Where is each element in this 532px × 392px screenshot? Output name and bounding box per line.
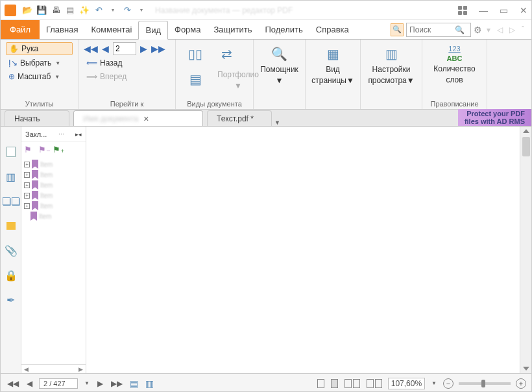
text-icon: ▤ bbox=[186, 70, 204, 88]
scan-icon[interactable]: ▤ bbox=[64, 5, 76, 16]
bookmark-item[interactable]: Item bbox=[30, 211, 83, 221]
sb-zoom-display[interactable]: 107,60% bbox=[388, 378, 425, 389]
last-page-icon[interactable]: ▶▶ bbox=[151, 43, 165, 54]
signatures-panel-icon[interactable]: ✒ bbox=[5, 294, 17, 306]
sb-last-icon[interactable]: ▶▶ bbox=[110, 379, 124, 388]
minimize-ribbon-icon[interactable]: ˆ bbox=[520, 25, 526, 34]
word-count-button[interactable]: 123 ABC Количество слов bbox=[428, 42, 481, 87]
zoom-tool-button[interactable]: ⊕Масштаб▼ bbox=[6, 71, 73, 82]
print-icon[interactable]: 🖶 bbox=[50, 5, 62, 16]
minimize-button[interactable]: — bbox=[479, 5, 488, 16]
document-view[interactable] bbox=[86, 127, 520, 373]
expand-icon[interactable]: + bbox=[24, 172, 30, 178]
vertical-scrollbar[interactable] bbox=[520, 127, 531, 373]
sb-zoom-in-icon[interactable]: + bbox=[516, 378, 526, 389]
first-page-icon[interactable]: ◀◀ bbox=[84, 43, 98, 54]
tab-start[interactable]: Начать bbox=[5, 110, 69, 126]
expand-icon[interactable]: + bbox=[24, 182, 30, 188]
panel-collapse-icon[interactable]: ▸◂ bbox=[75, 131, 82, 138]
search-box[interactable]: 🔍 bbox=[406, 23, 471, 37]
comments-panel-icon[interactable] bbox=[5, 220, 17, 232]
read-mode-button[interactable]: ▯▯ bbox=[181, 42, 210, 66]
sb-zoom-dd-icon[interactable]: ▼ bbox=[430, 380, 438, 386]
bookmarks-panel-icon[interactable] bbox=[5, 146, 17, 158]
sb-layout2-icon[interactable]: ▥ bbox=[145, 378, 155, 389]
undo-icon[interactable]: ↶ bbox=[93, 5, 104, 16]
menu-help[interactable]: Справка bbox=[309, 21, 356, 38]
layers-panel-icon[interactable]: ❏❏ bbox=[5, 195, 17, 207]
sb-continuous-icon[interactable] bbox=[331, 379, 338, 388]
nav-back-icon[interactable]: ◁ bbox=[495, 25, 505, 34]
reverse-icon: ⇄ bbox=[217, 45, 236, 63]
bookmark-item[interactable]: +Item bbox=[24, 180, 83, 190]
menu-file[interactable]: Файл bbox=[1, 20, 40, 39]
sb-layout1-icon[interactable]: ▤ bbox=[129, 378, 139, 389]
tab-doc2[interactable]: Текст.pdf * bbox=[207, 110, 272, 126]
tab-close-icon[interactable]: × bbox=[143, 114, 149, 124]
save-icon[interactable]: 💾 bbox=[36, 5, 47, 16]
pages-panel-icon[interactable]: ▥ bbox=[5, 171, 17, 182]
qat-customize[interactable]: ▾ bbox=[136, 5, 147, 16]
tab-doc1[interactable]: Имя документа× bbox=[73, 110, 203, 126]
expand-icon[interactable]: + bbox=[24, 193, 30, 199]
sb-single-page-icon[interactable] bbox=[317, 379, 324, 388]
bookmark-tree: +Item +Item +Item +Item +Item Item bbox=[21, 158, 86, 364]
sb-next-icon[interactable]: ▶ bbox=[96, 379, 104, 388]
scrollbar-thumb[interactable] bbox=[522, 137, 530, 156]
maximize-button[interactable]: ▭ bbox=[500, 5, 508, 16]
search-input[interactable] bbox=[409, 25, 455, 34]
attachments-panel-icon[interactable]: 📎 bbox=[5, 245, 17, 256]
sb-facing-cont-icon[interactable] bbox=[366, 379, 383, 388]
page-view-button[interactable]: ▦ Вид страницы▼ bbox=[311, 42, 355, 88]
bookmark-item[interactable]: +Item bbox=[24, 201, 83, 211]
bookmark-add-icon[interactable]: ⚑₊ bbox=[53, 145, 63, 155]
settings-gear-icon[interactable]: ⚙ bbox=[474, 25, 482, 35]
security-panel-icon[interactable]: 🔒 bbox=[5, 269, 17, 281]
expand-icon[interactable]: + bbox=[24, 162, 30, 167]
arrange-icon[interactable] bbox=[458, 6, 467, 15]
open-icon[interactable]: 📂 bbox=[21, 5, 33, 16]
ribbon-dropdown[interactable]: ▾ bbox=[485, 25, 492, 34]
bookmark-item[interactable]: +Item bbox=[24, 190, 83, 201]
menu-home[interactable]: Главная bbox=[40, 21, 84, 38]
assistant-button[interactable]: 🔍 Помощник▼ bbox=[259, 42, 300, 88]
nav-forward-button[interactable]: ⟹Вперед bbox=[84, 71, 170, 82]
menu-share[interactable]: Поделить bbox=[259, 21, 309, 38]
hand-tool-button[interactable]: ✋Рука bbox=[6, 42, 73, 55]
bookmark-delete-icon[interactable]: ⚑₋ bbox=[38, 145, 49, 155]
bookmark-item[interactable]: +Item bbox=[24, 169, 83, 180]
prev-page-icon[interactable]: ◀ bbox=[102, 43, 109, 54]
menu-comment[interactable]: Комментаі bbox=[84, 21, 138, 38]
nav-back-button[interactable]: ⟸Назад bbox=[84, 57, 170, 69]
text-viewer-button[interactable]: ▤ bbox=[181, 67, 210, 93]
page-number-input[interactable] bbox=[113, 42, 136, 55]
sb-prev-icon[interactable]: ◀ bbox=[25, 379, 34, 388]
sb-first-icon[interactable]: ◀◀ bbox=[6, 379, 20, 388]
sb-zoom-slider[interactable] bbox=[459, 382, 511, 385]
menu-view[interactable]: Вид bbox=[138, 21, 168, 40]
sb-page-dd-icon[interactable]: ▼ bbox=[83, 380, 91, 386]
view-settings-button[interactable]: ▥ Настройки просмотра▼ bbox=[366, 42, 417, 88]
expand-icon[interactable]: + bbox=[24, 203, 30, 209]
sb-facing-icon[interactable] bbox=[344, 379, 361, 388]
menu-protect[interactable]: Защитить bbox=[208, 21, 259, 38]
redo-icon[interactable]: ↷ bbox=[121, 5, 133, 16]
find-button[interactable]: 🔍 bbox=[391, 23, 404, 36]
undo-dropdown[interactable]: ▾ bbox=[107, 5, 119, 16]
select-tool-button[interactable]: Ị↘Выбрать▼ bbox=[6, 57, 73, 69]
nav-fwd-icon[interactable]: ▷ bbox=[507, 25, 517, 34]
bookmark-item[interactable]: +Item bbox=[24, 159, 83, 169]
sb-zoom-out-icon[interactable]: − bbox=[443, 378, 453, 389]
search-go-icon[interactable]: 🔍 bbox=[455, 25, 465, 34]
next-page-icon[interactable]: ▶ bbox=[140, 43, 147, 54]
protect-banner[interactable]: Protect your PDF files with AD RMS bbox=[458, 109, 531, 126]
menu-form[interactable]: Форма bbox=[168, 21, 208, 38]
panel-hscroll[interactable]: ◀▶ bbox=[21, 364, 86, 373]
new-icon[interactable]: ✨ bbox=[79, 5, 90, 16]
reverse-view-button[interactable]: ⇄ bbox=[212, 42, 241, 66]
sb-page-display[interactable]: 2 / 427 bbox=[39, 378, 78, 389]
panel-menu-icon[interactable]: ⋯ bbox=[58, 131, 64, 138]
close-button[interactable]: ✕ bbox=[520, 5, 527, 16]
bookmark-flag-icon[interactable]: ⚑ bbox=[24, 145, 34, 155]
tab-menu-icon[interactable]: ▼ bbox=[272, 119, 283, 126]
